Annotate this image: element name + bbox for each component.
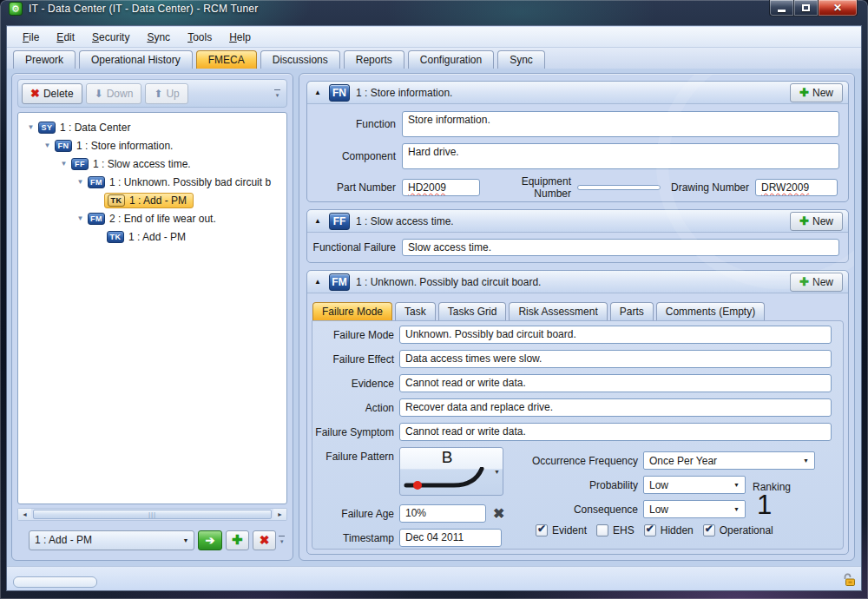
- operational-checkbox[interactable]: Operational: [703, 524, 773, 536]
- tab-tasks-grid[interactable]: Tasks Grid: [438, 302, 507, 320]
- new-failure-mode-button[interactable]: ✚ New: [790, 273, 843, 292]
- failure-mode-label: Failure Mode: [312, 329, 394, 341]
- menu-file[interactable]: File: [14, 29, 48, 46]
- evident-checkbox[interactable]: Evident: [536, 524, 587, 536]
- menu-edit[interactable]: Edit: [48, 29, 83, 46]
- component-input[interactable]: Hard drive.: [402, 143, 839, 169]
- tab-failure-mode[interactable]: Failure Mode: [312, 302, 392, 320]
- scroll-right-arrow[interactable]: ►: [273, 509, 286, 520]
- add-task-button[interactable]: ✚: [226, 530, 249, 550]
- title-bar: ⚙ IT - Data Center (IT - Data Center) - …: [0, 0, 868, 16]
- tree-toolbar: ✖ Delete ⬇ Down ⬆ Up ▾: [17, 79, 287, 108]
- go-to-task-button[interactable]: ➔: [198, 530, 221, 550]
- ranking-value: 1: [757, 490, 772, 521]
- expander-icon[interactable]: ▼: [73, 178, 88, 186]
- node-badge: FM: [88, 176, 105, 188]
- client-area: File Edit Security Sync Tools Help Prewo…: [7, 26, 861, 590]
- ehs-checkbox[interactable]: EHS: [596, 524, 635, 536]
- delete-task-button[interactable]: ✖: [253, 530, 276, 550]
- occurrence-frequency-select[interactable]: Once Per Year ▼: [643, 451, 815, 470]
- new-functional-failure-button[interactable]: ✚ New: [790, 212, 843, 231]
- tab-prework[interactable]: Prework: [13, 50, 76, 69]
- action-input[interactable]: Recover data and replace drive.: [399, 398, 832, 417]
- tree-node-failure-mode-1[interactable]: ▼ FM 1 : Unknown. Possibly bad circuit b: [18, 173, 286, 191]
- fn-badge: FN: [329, 84, 350, 102]
- evidence-label: Evidence: [312, 378, 394, 390]
- failure-mode-section-header: ▲ FM 1 : Unknown. Possibly bad circuit b…: [307, 271, 848, 293]
- menu-security[interactable]: Security: [83, 29, 138, 46]
- tab-configuration[interactable]: Configuration: [408, 50, 494, 69]
- failure-mode-tab-strip: Failure Mode Task Tasks Grid Risk Assess…: [312, 300, 767, 320]
- scroll-left-arrow[interactable]: ◄: [18, 509, 31, 520]
- tab-sync[interactable]: Sync: [497, 50, 545, 69]
- failure-mode-section: ▲ FM 1 : Unknown. Possibly bad circuit b…: [306, 270, 849, 555]
- function-section: ▲ FN 1 : Store information. ✚ New Functi…: [306, 81, 849, 202]
- minimize-button[interactable]: [769, 0, 794, 16]
- tab-discussions[interactable]: Discussions: [260, 50, 340, 69]
- tree-node-system[interactable]: ▼ SY 1 : Data Center: [18, 118, 286, 136]
- move-up-button[interactable]: ⬆ Up: [145, 83, 187, 104]
- menu-sync[interactable]: Sync: [138, 29, 179, 46]
- delete-node-button[interactable]: ✖ Delete: [22, 83, 82, 104]
- equipment-number-label: Equipment Number: [489, 175, 571, 200]
- expander-icon[interactable]: ▼: [23, 123, 38, 131]
- node-badge: SY: [38, 122, 56, 134]
- task-selector-combobox[interactable]: 1 : Add - PM ▼: [29, 530, 194, 550]
- evidence-input[interactable]: Cannot read or write data.: [399, 374, 832, 392]
- function-input[interactable]: Store information.: [402, 111, 839, 137]
- drawing-number-input[interactable]: DRW2009: [755, 179, 838, 196]
- failure-effect-input[interactable]: Data access times were slow.: [399, 350, 832, 368]
- menu-help[interactable]: Help: [220, 29, 260, 46]
- action-label: Action: [312, 402, 394, 414]
- tab-reports[interactable]: Reports: [344, 50, 404, 69]
- expander-icon[interactable]: ▼: [73, 214, 88, 222]
- consequence-label: Consequence: [510, 504, 638, 516]
- tab-task[interactable]: Task: [395, 302, 436, 320]
- tab-comments[interactable]: Comments (Empty): [656, 302, 765, 320]
- unlock-icon[interactable]: [841, 572, 856, 587]
- close-button[interactable]: ✕: [819, 0, 858, 16]
- checkbox-icon: [536, 524, 548, 536]
- functional-failure-section-title: 1 : Slow access time.: [356, 215, 454, 227]
- expander-icon[interactable]: ▼: [56, 160, 71, 168]
- probability-select[interactable]: Low ▼: [643, 476, 746, 494]
- failure-mode-input[interactable]: Unknown. Possibly bad circuit board.: [399, 326, 832, 344]
- node-label: 1 : Store information.: [76, 140, 173, 152]
- tab-operational-history[interactable]: Operational History: [79, 50, 193, 69]
- tree-node-function[interactable]: ▼ FN 1 : Store information.: [18, 136, 286, 155]
- tree-node-task-1-selected[interactable]: TK 1 : Add - PM: [18, 191, 286, 209]
- collapse-icon[interactable]: ▲: [312, 89, 323, 96]
- toolbar-overflow-icon[interactable]: ▾: [272, 89, 283, 98]
- new-function-button[interactable]: ✚ New: [790, 83, 843, 102]
- functional-failure-input[interactable]: Slow access time.: [402, 239, 839, 256]
- equipment-number-input[interactable]: [577, 185, 661, 190]
- failure-symptom-label: Failure Symptom: [312, 426, 394, 438]
- scrollbar-thumb[interactable]: |||: [33, 510, 272, 519]
- maximize-button[interactable]: [794, 0, 819, 16]
- tab-parts[interactable]: Parts: [610, 302, 654, 320]
- collapse-icon[interactable]: ▲: [312, 217, 323, 225]
- footer-overflow-icon[interactable]: ▾: [276, 536, 287, 544]
- tab-risk-assessment[interactable]: Risk Assessment: [509, 302, 607, 320]
- tree-node-task-2[interactable]: TK 1 : Add - PM: [18, 227, 286, 246]
- green-plus-icon: ✚: [799, 87, 809, 98]
- detail-panel: ▲ FN 1 : Store information. ✚ New Functi…: [299, 73, 855, 561]
- tab-fmeca[interactable]: FMECA: [196, 50, 257, 69]
- hidden-checkbox[interactable]: Hidden: [644, 524, 694, 536]
- failure-symptom-input[interactable]: Cannot read or write data.: [399, 423, 832, 441]
- collapse-icon[interactable]: ▲: [312, 278, 323, 286]
- menu-tools[interactable]: Tools: [179, 29, 220, 46]
- node-badge: FN: [55, 140, 72, 152]
- functional-failure-section: ▲ FF 1 : Slow access time. ✚ New Functio…: [306, 209, 849, 263]
- move-down-button[interactable]: ⬇ Down: [86, 83, 142, 104]
- tree-h-scrollbar[interactable]: ◄ ||| ►: [17, 508, 287, 521]
- consequence-select[interactable]: Low ▼: [643, 500, 746, 518]
- app-gear-icon: ⚙: [9, 2, 23, 16]
- expander-icon[interactable]: ▼: [40, 142, 55, 149]
- tree-footer: 1 : Add - PM ▼ ➔ ✚ ✖ ▾: [17, 526, 287, 554]
- tree-node-functional-failure[interactable]: ▼ FF 1 : Slow access time.: [18, 155, 286, 173]
- functional-failure-label: Functional Failure: [312, 241, 396, 253]
- tree-node-failure-mode-2[interactable]: ▼ FM 2 : End of life wear out.: [18, 209, 286, 227]
- part-number-input[interactable]: HD2009: [402, 179, 480, 196]
- scrollbar-track[interactable]: |||: [31, 509, 273, 520]
